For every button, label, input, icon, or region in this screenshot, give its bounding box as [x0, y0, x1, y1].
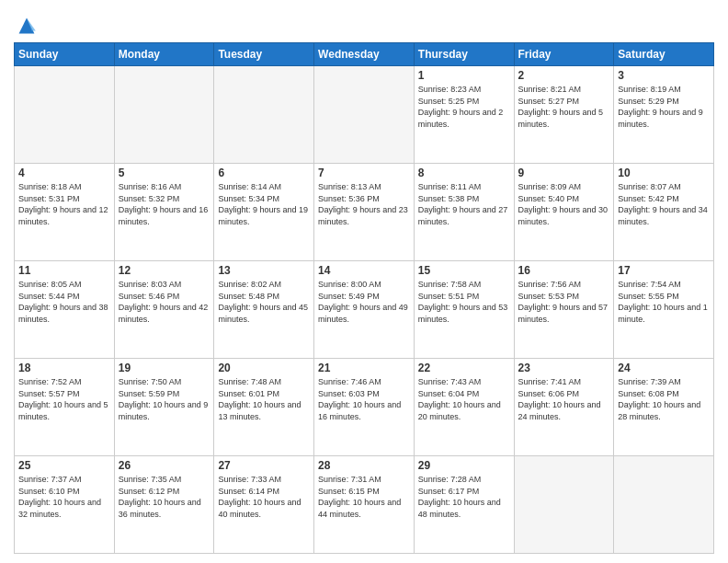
- day-number: 10: [618, 167, 710, 179]
- calendar-cell: 14Sunrise: 8:00 AMSunset: 5:49 PMDayligh…: [314, 261, 415, 359]
- day-number: 8: [418, 167, 510, 179]
- day-number: 26: [119, 459, 210, 472]
- calendar-cell: 16Sunrise: 7:56 AMSunset: 5:53 PMDayligh…: [514, 261, 614, 359]
- day-info: Sunrise: 7:43 AMSunset: 6:04 PMDaylight:…: [418, 376, 510, 422]
- day-info: Sunrise: 8:16 AMSunset: 5:32 PMDaylight:…: [119, 181, 210, 227]
- day-number: 28: [318, 459, 410, 472]
- day-info: Sunrise: 8:07 AMSunset: 5:42 PMDaylight:…: [618, 181, 710, 227]
- day-number: 18: [18, 362, 110, 374]
- day-number: 4: [18, 167, 110, 179]
- day-number: 16: [518, 264, 610, 277]
- day-number: 14: [318, 264, 410, 277]
- calendar-cell: 11Sunrise: 8:05 AMSunset: 5:44 PMDayligh…: [15, 261, 115, 359]
- day-number: 2: [518, 69, 610, 82]
- weekday-header: Friday: [514, 43, 614, 66]
- day-number: 19: [119, 362, 210, 374]
- weekday-header: Sunday: [15, 43, 115, 66]
- day-number: 24: [618, 362, 710, 374]
- day-number: 7: [318, 167, 410, 179]
- weekday-header: Thursday: [414, 43, 514, 66]
- calendar-cell: 17Sunrise: 7:54 AMSunset: 5:55 PMDayligh…: [614, 261, 714, 359]
- day-number: 15: [418, 264, 510, 277]
- calendar-cell: 8Sunrise: 8:11 AMSunset: 5:38 PMDaylight…: [414, 164, 514, 261]
- day-number: 11: [18, 264, 110, 277]
- day-info: Sunrise: 7:50 AMSunset: 5:59 PMDaylight:…: [119, 376, 210, 422]
- day-info: Sunrise: 7:56 AMSunset: 5:53 PMDaylight:…: [518, 279, 610, 325]
- day-number: 20: [218, 362, 310, 374]
- day-number: 3: [618, 69, 710, 82]
- calendar-cell: 12Sunrise: 8:03 AMSunset: 5:46 PMDayligh…: [114, 261, 214, 359]
- day-info: Sunrise: 8:13 AMSunset: 5:36 PMDaylight:…: [318, 181, 410, 227]
- day-number: 1: [418, 69, 510, 82]
- day-info: Sunrise: 7:37 AMSunset: 6:10 PMDaylight:…: [18, 474, 110, 520]
- day-number: 6: [218, 167, 310, 179]
- calendar-cell: 27Sunrise: 7:33 AMSunset: 6:14 PMDayligh…: [214, 456, 314, 554]
- day-number: 17: [618, 264, 710, 277]
- day-number: 22: [418, 362, 510, 374]
- calendar-cell: [214, 66, 314, 164]
- page-header: [14, 9, 714, 39]
- calendar-cell: 22Sunrise: 7:43 AMSunset: 6:04 PMDayligh…: [414, 359, 514, 456]
- calendar-cell: [514, 456, 614, 554]
- day-info: Sunrise: 7:54 AMSunset: 5:55 PMDaylight:…: [618, 279, 710, 325]
- day-number: 9: [518, 167, 610, 179]
- day-info: Sunrise: 7:33 AMSunset: 6:14 PMDaylight:…: [218, 474, 310, 520]
- day-number: 29: [418, 459, 510, 472]
- calendar-cell: 1Sunrise: 8:23 AMSunset: 5:25 PMDaylight…: [414, 66, 514, 164]
- day-number: 5: [119, 167, 210, 179]
- day-info: Sunrise: 8:21 AMSunset: 5:27 PMDaylight:…: [518, 84, 610, 130]
- weekday-header: Tuesday: [214, 43, 314, 66]
- day-number: 21: [318, 362, 410, 374]
- calendar-header-row: SundayMondayTuesdayWednesdayThursdayFrid…: [15, 43, 714, 66]
- calendar-week-row: 1Sunrise: 8:23 AMSunset: 5:25 PMDaylight…: [15, 66, 714, 164]
- day-info: Sunrise: 7:31 AMSunset: 6:15 PMDaylight:…: [318, 474, 410, 520]
- calendar-cell: 2Sunrise: 8:21 AMSunset: 5:27 PMDaylight…: [514, 66, 614, 164]
- day-info: Sunrise: 8:00 AMSunset: 5:49 PMDaylight:…: [318, 279, 410, 325]
- calendar-cell: 25Sunrise: 7:37 AMSunset: 6:10 PMDayligh…: [15, 456, 115, 554]
- day-number: 12: [119, 264, 210, 277]
- day-info: Sunrise: 7:28 AMSunset: 6:17 PMDaylight:…: [418, 474, 510, 520]
- calendar-cell: 7Sunrise: 8:13 AMSunset: 5:36 PMDaylight…: [314, 164, 415, 261]
- calendar-cell: 20Sunrise: 7:48 AMSunset: 6:01 PMDayligh…: [214, 359, 314, 456]
- day-info: Sunrise: 7:48 AMSunset: 6:01 PMDaylight:…: [218, 376, 310, 422]
- calendar-cell: 23Sunrise: 7:41 AMSunset: 6:06 PMDayligh…: [514, 359, 614, 456]
- calendar-cell: 13Sunrise: 8:02 AMSunset: 5:48 PMDayligh…: [214, 261, 314, 359]
- calendar-week-row: 25Sunrise: 7:37 AMSunset: 6:10 PMDayligh…: [15, 456, 714, 554]
- calendar-week-row: 4Sunrise: 8:18 AMSunset: 5:31 PMDaylight…: [15, 164, 714, 261]
- day-info: Sunrise: 7:52 AMSunset: 5:57 PMDaylight:…: [18, 376, 110, 422]
- svg-marker-0: [19, 18, 35, 34]
- day-info: Sunrise: 7:35 AMSunset: 6:12 PMDaylight:…: [119, 474, 210, 520]
- day-info: Sunrise: 8:14 AMSunset: 5:34 PMDaylight:…: [218, 181, 310, 227]
- day-info: Sunrise: 7:41 AMSunset: 6:06 PMDaylight:…: [518, 376, 610, 422]
- calendar-cell: [314, 66, 415, 164]
- logo-icon: [14, 13, 40, 39]
- logo: [14, 13, 41, 39]
- day-number: 23: [518, 362, 610, 374]
- calendar-cell: 18Sunrise: 7:52 AMSunset: 5:57 PMDayligh…: [15, 359, 115, 456]
- day-info: Sunrise: 8:02 AMSunset: 5:48 PMDaylight:…: [218, 279, 310, 325]
- day-info: Sunrise: 8:11 AMSunset: 5:38 PMDaylight:…: [418, 181, 510, 227]
- day-info: Sunrise: 7:46 AMSunset: 6:03 PMDaylight:…: [318, 376, 410, 422]
- calendar-cell: 29Sunrise: 7:28 AMSunset: 6:17 PMDayligh…: [414, 456, 514, 554]
- calendar-cell: 10Sunrise: 8:07 AMSunset: 5:42 PMDayligh…: [614, 164, 714, 261]
- calendar-cell: 6Sunrise: 8:14 AMSunset: 5:34 PMDaylight…: [214, 164, 314, 261]
- calendar-cell: 4Sunrise: 8:18 AMSunset: 5:31 PMDaylight…: [15, 164, 115, 261]
- calendar-cell: 19Sunrise: 7:50 AMSunset: 5:59 PMDayligh…: [114, 359, 214, 456]
- day-info: Sunrise: 8:23 AMSunset: 5:25 PMDaylight:…: [418, 84, 510, 130]
- day-info: Sunrise: 7:58 AMSunset: 5:51 PMDaylight:…: [418, 279, 510, 325]
- calendar-cell: 5Sunrise: 8:16 AMSunset: 5:32 PMDaylight…: [114, 164, 214, 261]
- weekday-header: Monday: [114, 43, 214, 66]
- day-info: Sunrise: 8:09 AMSunset: 5:40 PMDaylight:…: [518, 181, 610, 227]
- calendar-cell: 24Sunrise: 7:39 AMSunset: 6:08 PMDayligh…: [614, 359, 714, 456]
- day-info: Sunrise: 7:39 AMSunset: 6:08 PMDaylight:…: [618, 376, 710, 422]
- day-info: Sunrise: 8:03 AMSunset: 5:46 PMDaylight:…: [119, 279, 210, 325]
- day-number: 27: [218, 459, 310, 472]
- calendar-week-row: 18Sunrise: 7:52 AMSunset: 5:57 PMDayligh…: [15, 359, 714, 456]
- calendar-cell: 9Sunrise: 8:09 AMSunset: 5:40 PMDaylight…: [514, 164, 614, 261]
- calendar-week-row: 11Sunrise: 8:05 AMSunset: 5:44 PMDayligh…: [15, 261, 714, 359]
- calendar-cell: [15, 66, 115, 164]
- day-info: Sunrise: 8:05 AMSunset: 5:44 PMDaylight:…: [18, 279, 110, 325]
- calendar-cell: 3Sunrise: 8:19 AMSunset: 5:29 PMDaylight…: [614, 66, 714, 164]
- day-info: Sunrise: 8:18 AMSunset: 5:31 PMDaylight:…: [18, 181, 110, 227]
- calendar: SundayMondayTuesdayWednesdayThursdayFrid…: [14, 42, 714, 554]
